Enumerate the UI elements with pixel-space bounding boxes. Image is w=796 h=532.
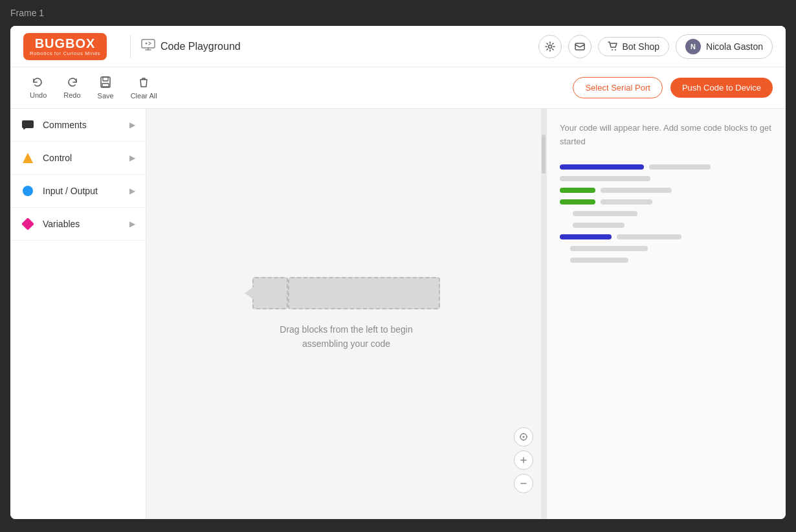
code-line-3-gray: [601, 188, 672, 193]
canvas-zoom-in-button[interactable]: [514, 450, 533, 470]
canvas-scrollbar[interactable]: [541, 109, 546, 519]
svg-rect-12: [22, 218, 34, 230]
canvas-area: Drag blocks from the left to begin assem…: [146, 109, 546, 519]
code-panel: Your code will appear here. Add some cod…: [546, 109, 786, 519]
sidebar-comments-label: Comments: [43, 120, 122, 130]
main-content: Comments ▶ Control ▶ Input / Out: [10, 109, 786, 519]
code-line-8-gray: [570, 246, 648, 251]
push-code-button[interactable]: Push Code to Device: [670, 78, 773, 98]
sidebar-control-arrow: ▶: [129, 153, 135, 162]
code-line-9-gray: [570, 258, 628, 263]
svg-point-5: [615, 49, 616, 50]
code-line-6-gray: [573, 223, 625, 228]
redo-label: Redo: [63, 91, 80, 99]
header: BUGBOX Robotics for Curious Minds Code P…: [10, 26, 786, 67]
code-line-2-gray: [560, 176, 650, 181]
user-button[interactable]: N Nicola Gaston: [676, 34, 773, 59]
code-line-5-gray: [573, 211, 637, 216]
save-button[interactable]: Save: [91, 72, 120, 104]
clear-all-label: Clear All: [131, 92, 157, 100]
sidebar-item-variables[interactable]: Variables ▶: [10, 208, 146, 241]
sidebar-input-output-arrow: ▶: [129, 186, 135, 195]
canvas-zoom-out-button[interactable]: [514, 474, 533, 493]
code-line-9: [560, 258, 773, 263]
sidebar-control-label: Control: [43, 153, 122, 163]
frame-label: Frame 1: [0, 0, 796, 26]
code-line-4-color: [560, 199, 595, 205]
sidebar-item-comments[interactable]: Comments ▶: [10, 109, 146, 142]
playground-icon: [141, 39, 155, 54]
undo-label: Undo: [30, 91, 47, 99]
redo-button[interactable]: Redo: [57, 73, 87, 103]
logo-box: BUGBOX Robotics for Curious Minds: [23, 33, 107, 60]
code-line-5: [560, 211, 773, 216]
sidebar-variables-arrow: ▶: [129, 219, 135, 228]
code-line-7-color: [560, 234, 612, 239]
svg-point-14: [523, 436, 525, 438]
bot-shop-label: Bot Shop: [622, 41, 659, 52]
select-serial-port-button[interactable]: Select Serial Port: [573, 77, 662, 98]
bot-shop-button[interactable]: Bot Shop: [598, 37, 669, 56]
toolbar-left: Undo Redo: [23, 72, 164, 104]
app-container: BUGBOX Robotics for Curious Minds Code P…: [10, 26, 786, 519]
canvas-controls: [514, 427, 533, 493]
svg-point-1: [146, 43, 148, 45]
sidebar-item-control[interactable]: Control ▶: [10, 142, 146, 175]
svg-marker-10: [23, 153, 33, 163]
clear-all-icon: [138, 76, 149, 90]
block-main: [288, 277, 440, 309]
logo: BUGBOX Robotics for Curious Minds: [23, 33, 107, 60]
svg-rect-3: [575, 43, 584, 50]
save-icon: [100, 76, 111, 90]
code-line-2: [560, 176, 773, 181]
redo-icon: [66, 77, 78, 89]
svg-rect-9: [22, 120, 34, 128]
code-line-1-gray: [649, 164, 711, 170]
user-name-label: Nicola Gaston: [706, 41, 763, 52]
svg-rect-0: [142, 39, 155, 48]
sidebar: Comments ▶ Control ▶ Input / Out: [10, 109, 146, 519]
code-line-8: [560, 246, 773, 251]
code-line-1-color: [560, 164, 644, 170]
logo-subtitle: Robotics for Curious Minds: [30, 51, 100, 56]
sidebar-variables-label: Variables: [43, 219, 122, 229]
code-line-6: [560, 223, 773, 228]
svg-point-11: [23, 186, 33, 196]
code-hint-text: Your code will appear here. Add some cod…: [560, 122, 773, 149]
sidebar-comments-arrow: ▶: [129, 120, 135, 129]
toolbar-right: Select Serial Port Push Code to Device: [573, 77, 773, 98]
sidebar-item-input-output[interactable]: Input / Output ▶: [10, 175, 146, 208]
code-line-3: [560, 188, 773, 193]
page-title-area: Code Playground: [141, 39, 241, 54]
block-placeholder: [252, 277, 440, 309]
code-line-4-gray: [601, 199, 652, 205]
settings-button[interactable]: [538, 35, 562, 58]
save-label: Save: [98, 92, 114, 100]
svg-point-2: [549, 45, 552, 48]
svg-rect-8: [102, 83, 109, 87]
mail-button[interactable]: [568, 35, 591, 58]
clear-all-button[interactable]: Clear All: [124, 72, 164, 104]
svg-point-4: [612, 49, 613, 50]
variables-icon: [21, 217, 35, 231]
code-line-4: [560, 199, 773, 205]
page-title: Code Playground: [160, 41, 241, 52]
header-divider: [130, 35, 131, 58]
undo-button[interactable]: Undo: [23, 73, 53, 103]
code-line-3-color: [560, 188, 595, 193]
logo-title: BUGBOX: [35, 37, 96, 50]
code-line-7-gray: [617, 234, 681, 239]
toolbar: Undo Redo: [10, 67, 786, 109]
sidebar-input-output-label: Input / Output: [43, 186, 122, 196]
comments-icon: [21, 118, 35, 132]
canvas-center-button[interactable]: [514, 427, 533, 447]
drag-placeholder: Drag blocks from the left to begin assem…: [252, 277, 440, 351]
code-lines: [560, 164, 773, 263]
input-output-icon: [21, 184, 35, 198]
code-line-1: [560, 164, 773, 170]
undo-icon: [32, 77, 44, 89]
svg-rect-7: [103, 77, 108, 81]
drag-hint: Drag blocks from the left to begin assem…: [280, 322, 412, 351]
header-actions: Bot Shop N Nicola Gaston: [538, 34, 773, 59]
code-line-7: [560, 234, 773, 239]
